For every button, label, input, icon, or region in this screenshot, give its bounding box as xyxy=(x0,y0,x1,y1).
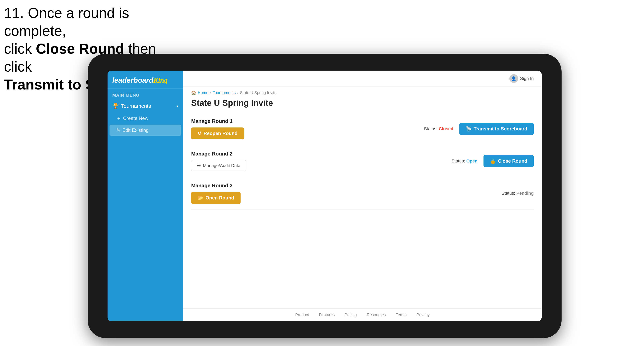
close-round-button[interactable]: 🔒 Close Round xyxy=(484,155,534,167)
manage-audit-label: Manage/Audit Data xyxy=(203,163,240,168)
main-content: 👤 Sign In 🏠 Home / Tournaments / State U… xyxy=(183,71,542,321)
round-2-row: Manage Round 2 ☰ Manage/Audit Data Statu… xyxy=(191,145,534,177)
reopen-round-button[interactable]: ↺ Reopen Round xyxy=(191,128,244,139)
sign-in-button[interactable]: 👤 Sign In xyxy=(510,74,534,83)
transmit-icon: 📡 xyxy=(466,126,472,132)
top-bar: 👤 Sign In xyxy=(183,71,542,87)
round-3-row: Manage Round 3 📂 Open Round Status: Pend… xyxy=(191,177,534,210)
round-1-right: Status: Closed 📡 Transmit to Scoreboard xyxy=(424,123,534,135)
round-3-status: Status: Pending xyxy=(502,191,534,196)
manage-icon: ☰ xyxy=(197,163,201,168)
round-1-status: Status: Closed xyxy=(424,126,454,132)
edit-existing-label: Edit Existing xyxy=(122,128,148,133)
status-closed-badge: Closed xyxy=(439,126,453,131)
footer: Product Features Pricing Resources Terms… xyxy=(183,308,542,321)
footer-resources[interactable]: Resources xyxy=(367,313,386,317)
lock-icon: 🔒 xyxy=(490,158,496,164)
logo: leaderboardKing xyxy=(112,76,178,85)
footer-features[interactable]: Features xyxy=(319,313,335,317)
round-3-left: Manage Round 3 📂 Open Round xyxy=(191,182,240,204)
instruction-line1: 11. Once a round is complete, xyxy=(4,5,129,39)
round-2-left: Manage Round 2 ☰ Manage/Audit Data xyxy=(191,151,246,171)
sidebar-item-create-new[interactable]: ＋ Create New xyxy=(108,112,183,124)
footer-privacy[interactable]: Privacy xyxy=(416,313,430,317)
sidebar-item-tournaments[interactable]: 🏆 Tournaments ▾ xyxy=(108,100,183,112)
footer-pricing[interactable]: Pricing xyxy=(345,313,357,317)
page-title: State U Spring Invite xyxy=(183,97,542,113)
round-1-label: Manage Round 1 xyxy=(191,118,244,124)
sidebar-nav: 🏆 Tournaments ▾ ＋ Create New ✎ Edit Exis… xyxy=(108,100,183,136)
open-round-button[interactable]: 📂 Open Round xyxy=(191,192,240,204)
instruction-line2: click xyxy=(4,41,36,57)
tablet-screen: leaderboardKing MAIN MENU 🏆 Tournaments … xyxy=(108,71,542,321)
breadcrumb-sep1: / xyxy=(210,90,211,95)
home-icon: 🏠 xyxy=(191,90,196,95)
create-new-label: Create New xyxy=(123,116,148,121)
manage-audit-data-button[interactable]: ☰ Manage/Audit Data xyxy=(191,160,246,171)
user-avatar: 👤 xyxy=(510,74,518,83)
reopen-round-label: Reopen Round xyxy=(204,131,238,136)
transmit-to-scoreboard-button[interactable]: 📡 Transmit to Scoreboard xyxy=(460,123,534,135)
round-2-label: Manage Round 2 xyxy=(191,151,246,157)
status-pending-badge: Pending xyxy=(516,191,534,196)
footer-terms[interactable]: Terms xyxy=(396,313,406,317)
breadcrumb-tournaments[interactable]: Tournaments xyxy=(213,90,236,95)
round-2-right: Status: Open 🔒 Close Round xyxy=(452,155,534,167)
status-text-3: Status: xyxy=(502,191,515,196)
round-1-row: Manage Round 1 ↺ Reopen Round Status: Cl… xyxy=(191,113,534,145)
tournaments-label: Tournaments xyxy=(121,103,151,109)
status-text: Status: xyxy=(424,126,438,131)
tablet-shell: leaderboardKing MAIN MENU 🏆 Tournaments … xyxy=(88,54,562,338)
trophy-icon: 🏆 xyxy=(112,103,119,109)
breadcrumb-current: State U Spring Invite xyxy=(240,90,276,95)
plus-icon: ＋ xyxy=(116,115,121,122)
open-icon: 📂 xyxy=(198,195,204,201)
round-2-status: Status: Open xyxy=(452,159,478,164)
sidebar-item-edit-existing[interactable]: ✎ Edit Existing xyxy=(110,125,181,136)
open-round-label: Open Round xyxy=(206,195,234,201)
sign-in-label: Sign In xyxy=(520,76,534,81)
close-round-label: Close Round xyxy=(498,158,527,164)
status-open-badge: Open xyxy=(466,159,478,164)
footer-product[interactable]: Product xyxy=(295,313,309,317)
main-menu-label: MAIN MENU xyxy=(108,89,183,100)
reopen-icon: ↺ xyxy=(198,131,202,136)
sidebar: leaderboardKing MAIN MENU 🏆 Tournaments … xyxy=(108,71,183,321)
breadcrumb-sep2: / xyxy=(237,90,238,95)
edit-icon: ✎ xyxy=(116,128,120,133)
sidebar-logo: leaderboardKing xyxy=(108,71,183,89)
round-1-left: Manage Round 1 ↺ Reopen Round xyxy=(191,118,244,139)
app-layout: leaderboardKing MAIN MENU 🏆 Tournaments … xyxy=(108,71,542,321)
chevron-down-icon: ▾ xyxy=(177,104,178,108)
rounds-container: Manage Round 1 ↺ Reopen Round Status: Cl… xyxy=(183,113,542,308)
transmit-label: Transmit to Scoreboard xyxy=(474,126,527,132)
status-text-2: Status: xyxy=(452,159,465,164)
round-3-right: Status: Pending xyxy=(502,191,534,196)
round-3-label: Manage Round 3 xyxy=(191,182,240,189)
breadcrumb: 🏠 Home / Tournaments / State U Spring In… xyxy=(183,87,542,97)
breadcrumb-home[interactable]: Home xyxy=(198,90,208,95)
